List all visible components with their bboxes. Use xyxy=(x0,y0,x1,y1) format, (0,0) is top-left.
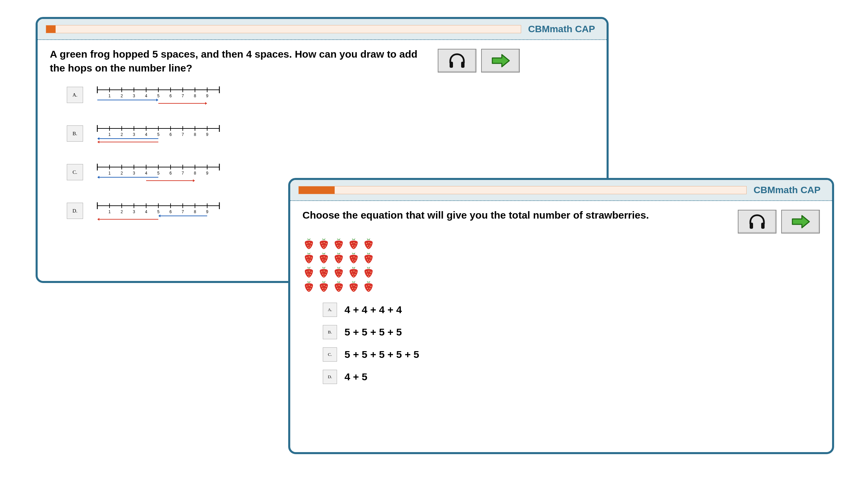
svg-point-131 xyxy=(309,262,310,263)
svg-point-146 xyxy=(356,258,357,259)
panel2-header: CBMmath CAP xyxy=(290,180,832,201)
progress-bar xyxy=(298,186,747,194)
svg-rect-95 xyxy=(761,223,765,229)
choice-button[interactable]: B. xyxy=(67,125,83,142)
svg-text:9: 9 xyxy=(206,132,209,137)
strawberry-icon xyxy=(302,252,315,265)
answer-choice: A. 4 + 4 + 4 + 4 xyxy=(323,303,820,317)
svg-point-120 xyxy=(366,243,367,244)
svg-point-124 xyxy=(370,246,371,247)
choice-text: 5 + 5 + 5 + 5 xyxy=(344,326,402,338)
svg-point-171 xyxy=(337,274,338,275)
svg-point-187 xyxy=(309,285,310,286)
answer-choice: A. 123456789 xyxy=(67,84,594,106)
svg-point-156 xyxy=(307,271,308,272)
answer-choice: B. 5 + 5 + 5 + 5 xyxy=(323,325,820,339)
svg-point-159 xyxy=(308,274,309,275)
svg-text:7: 7 xyxy=(182,132,184,137)
svg-point-203 xyxy=(338,290,339,291)
choice-button[interactable]: D. xyxy=(323,370,337,384)
svg-text:6: 6 xyxy=(170,209,172,214)
svg-text:6: 6 xyxy=(170,132,172,137)
svg-text:6: 6 xyxy=(170,94,172,98)
svg-point-179 xyxy=(353,276,354,277)
svg-text:9: 9 xyxy=(206,94,209,98)
svg-point-205 xyxy=(354,285,355,286)
next-button[interactable] xyxy=(781,210,820,234)
strawberry-icon xyxy=(347,252,360,265)
panel2-body: Choose the equation that will give you t… xyxy=(290,201,832,406)
svg-point-102 xyxy=(321,243,322,244)
svg-point-210 xyxy=(366,286,367,287)
svg-text:5: 5 xyxy=(157,94,160,98)
assessment-panel-2: CBMmath CAP Choose the equation that wil… xyxy=(288,178,834,454)
svg-point-155 xyxy=(368,262,369,263)
svg-text:2: 2 xyxy=(121,209,123,214)
svg-text:1: 1 xyxy=(108,94,111,98)
svg-text:1: 1 xyxy=(108,132,111,137)
svg-point-140 xyxy=(341,258,342,259)
choice-button[interactable]: A. xyxy=(323,303,337,317)
listen-button[interactable] xyxy=(438,49,476,73)
progress-fill xyxy=(299,186,335,194)
strawberry-icon xyxy=(317,281,330,294)
svg-point-214 xyxy=(370,288,371,289)
svg-point-152 xyxy=(371,258,372,259)
svg-point-105 xyxy=(322,245,323,246)
svg-point-143 xyxy=(338,262,339,263)
svg-text:3: 3 xyxy=(133,209,135,214)
choice-button[interactable]: C. xyxy=(323,347,337,362)
listen-button[interactable] xyxy=(738,210,776,234)
svg-point-181 xyxy=(369,271,370,272)
svg-point-139 xyxy=(339,257,340,258)
svg-rect-94 xyxy=(750,223,753,229)
svg-text:3: 3 xyxy=(133,132,135,137)
svg-text:3: 3 xyxy=(133,94,135,98)
strawberry-icon xyxy=(302,281,315,294)
svg-point-121 xyxy=(369,242,370,243)
svg-point-116 xyxy=(356,243,357,244)
svg-text:8: 8 xyxy=(194,209,196,214)
svg-point-107 xyxy=(323,247,324,248)
strawberry-icon xyxy=(302,238,315,251)
svg-point-98 xyxy=(311,243,312,244)
svg-text:5: 5 xyxy=(157,171,160,176)
choice-button[interactable]: B. xyxy=(323,325,337,339)
svg-point-162 xyxy=(321,271,322,272)
next-button[interactable] xyxy=(481,49,520,73)
svg-text:7: 7 xyxy=(182,94,184,98)
svg-point-172 xyxy=(340,274,341,275)
svg-text:6: 6 xyxy=(170,171,172,176)
strawberry-icon xyxy=(317,252,330,265)
svg-point-114 xyxy=(351,243,352,244)
svg-point-137 xyxy=(323,262,324,263)
svg-point-202 xyxy=(340,288,341,289)
svg-point-207 xyxy=(352,288,353,289)
svg-text:4: 4 xyxy=(145,132,147,137)
svg-point-100 xyxy=(310,246,311,247)
svg-text:1: 1 xyxy=(108,171,111,176)
brand-label: CBMmath CAP xyxy=(528,24,598,35)
choice-button[interactable]: C. xyxy=(67,164,83,180)
strawberry-icon xyxy=(347,281,360,294)
arrow-right-icon xyxy=(490,53,511,68)
svg-point-192 xyxy=(321,286,322,287)
choice-button[interactable]: D. xyxy=(67,203,83,219)
svg-point-183 xyxy=(367,274,368,275)
svg-text:8: 8 xyxy=(194,171,196,176)
svg-point-133 xyxy=(324,257,325,258)
svg-point-198 xyxy=(336,286,337,287)
brand-label: CBMmath CAP xyxy=(753,185,824,196)
strawberry-icon xyxy=(317,238,330,251)
svg-text:2: 2 xyxy=(121,171,123,176)
svg-point-154 xyxy=(370,260,371,261)
svg-point-125 xyxy=(368,247,369,248)
svg-point-166 xyxy=(325,274,326,275)
svg-point-201 xyxy=(337,288,338,289)
svg-point-163 xyxy=(324,271,325,272)
svg-text:4: 4 xyxy=(145,209,147,214)
svg-text:7: 7 xyxy=(182,171,184,176)
svg-point-167 xyxy=(323,276,324,277)
choice-button[interactable]: A. xyxy=(67,87,83,103)
svg-point-123 xyxy=(367,245,368,246)
